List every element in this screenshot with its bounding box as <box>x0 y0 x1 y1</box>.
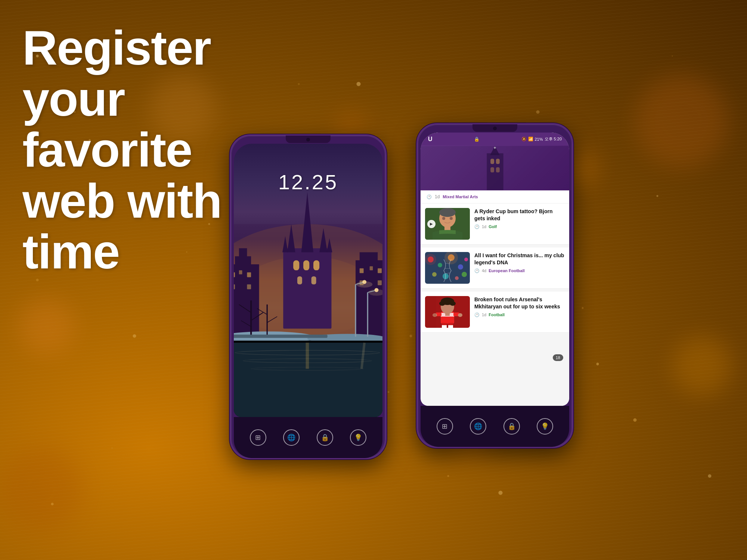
news-item-4-title: Broken foot rules Arsenal's Mkhitaryan o… <box>474 296 565 310</box>
svg-rect-3 <box>283 248 331 329</box>
nav-lock-icon[interactable]: 🔒 <box>317 429 333 446</box>
svg-rect-63 <box>496 167 500 172</box>
svg-rect-20 <box>234 284 235 289</box>
clock-2: 🕐 <box>474 224 480 229</box>
promo-line1: Register <box>22 22 284 74</box>
svg-rect-10 <box>303 260 309 270</box>
news-item-4-category: Football <box>489 312 505 317</box>
right-phone-nav: ⊞ 🌐 🔒 💡 <box>421 406 569 447</box>
svg-rect-26 <box>378 268 382 273</box>
svg-rect-103 <box>448 325 453 328</box>
svg-point-70 <box>442 217 445 220</box>
svg-rect-61 <box>496 159 500 164</box>
left-phone-nav: ⊞ 🌐 🔒 💡 <box>234 417 382 458</box>
news-item-2-title: A Ryder Cup bum tattoo? Bjorn gets inked <box>474 208 565 222</box>
svg-point-71 <box>450 217 453 220</box>
clock-3: 🕐 <box>474 268 480 273</box>
news-item-3-thumb <box>425 252 470 284</box>
news-item-3-category: European Football <box>489 268 525 273</box>
thumb-4-svg <box>425 296 470 328</box>
news-item-1-category: Mixed Martial Arts <box>443 195 478 199</box>
right-nav-apps-icon[interactable]: ⊞ <box>437 418 453 435</box>
news-item-2-thumb: ▶ <box>425 208 470 240</box>
status-bar: U 🔒 🔕 📶 21% 오후 5:20 <box>421 133 569 146</box>
right-nav-lock-icon[interactable]: 🔒 <box>503 418 520 435</box>
news-item-1-age: 1d <box>435 194 440 199</box>
status-left: U <box>428 136 433 143</box>
svg-rect-102 <box>442 325 447 328</box>
thumb-3-svg <box>425 252 470 284</box>
battery-pct: 21% <box>535 137 543 141</box>
mute-icon: 🔕 <box>521 137 527 141</box>
svg-rect-99 <box>445 313 450 316</box>
news-item-4-thumb <box>425 296 470 328</box>
news-item-3-title: All I want for Christmas is... my club l… <box>474 252 565 266</box>
news-item-3-age: 4d <box>482 268 486 273</box>
right-nav-browser-icon[interactable]: 🌐 <box>470 418 486 435</box>
status-right-group: 🔕 📶 21% 오후 5:20 <box>521 136 562 142</box>
svg-rect-11 <box>313 260 319 270</box>
svg-point-98 <box>450 301 456 306</box>
promo-line2: your favorite <box>22 74 284 175</box>
svg-rect-104 <box>425 296 436 328</box>
svg-point-97 <box>439 301 445 306</box>
svg-point-74 <box>438 263 442 267</box>
status-lock-icon: 🔒 <box>474 137 480 142</box>
svg-rect-62 <box>490 167 494 172</box>
svg-point-67 <box>439 208 456 217</box>
news-item-4-text: Broken foot rules Arsenal's Mkhitaryan o… <box>474 296 565 317</box>
news-feed: 🕐 1d Mixed Martial Arts <box>421 190 569 406</box>
wifi-icon: 📶 <box>528 137 533 141</box>
svg-point-77 <box>464 258 468 261</box>
news-item-2[interactable]: ▶ A Ryder Cup bum tattoo? Bjorn gets ink… <box>421 203 569 245</box>
svg-point-81 <box>462 272 467 277</box>
svg-rect-24 <box>360 268 364 273</box>
promo-text: Register your favorite web with time <box>22 22 284 277</box>
news-item-1-clock: 🕐 <box>427 195 432 199</box>
news-item-3-text: All I want for Christmas is... my club l… <box>474 252 565 273</box>
svg-rect-13 <box>311 276 316 284</box>
svg-rect-68 <box>444 226 450 230</box>
svg-point-43 <box>356 281 372 287</box>
news-item-3-meta: 🕐 4d European Football <box>474 268 565 273</box>
svg-rect-12 <box>297 276 302 284</box>
svg-point-78 <box>432 272 437 277</box>
news-item-1-meta: 🕐 1d Mixed Martial Arts <box>427 194 563 199</box>
nav-light-icon[interactable]: 💡 <box>350 429 366 446</box>
svg-rect-25 <box>370 266 373 270</box>
svg-rect-9 <box>293 260 299 270</box>
right-phone-screen: U 🔒 🔕 📶 21% 오후 5:20 <box>421 133 569 406</box>
svg-point-82 <box>425 254 436 265</box>
svg-marker-4 <box>301 192 313 252</box>
pagination-number: 18 <box>556 355 560 360</box>
news-item-4-meta: 🕐 1d Football <box>474 312 565 317</box>
play-button[interactable]: ▶ <box>427 220 436 228</box>
nav-apps-icon[interactable]: ⊞ <box>250 429 266 446</box>
news-screen: U 🔒 🔕 📶 21% 오후 5:20 <box>421 133 569 406</box>
news-item-4[interactable]: Broken foot rules Arsenal's Mkhitaryan o… <box>421 292 569 333</box>
news-item-4-age: 1d <box>482 312 486 317</box>
svg-point-94 <box>458 313 462 317</box>
status-time: 오후 5:20 <box>545 136 562 142</box>
svg-rect-48 <box>234 335 328 338</box>
pagination-badge: 18 <box>553 354 563 361</box>
svg-rect-28 <box>378 280 382 285</box>
news-item-1[interactable]: 🕐 1d Mixed Martial Arts <box>421 190 569 203</box>
news-item-2-category: Golf <box>489 224 497 229</box>
news-item-2-text: A Ryder Cup bum tattoo? Bjorn gets inked… <box>474 208 565 229</box>
news-item-3[interactable]: All I want for Christmas is... my club l… <box>421 248 569 289</box>
svg-rect-21 <box>247 284 251 289</box>
promo-line3: web with time <box>22 175 284 277</box>
clock-4: 🕐 <box>474 312 480 317</box>
header-svg <box>421 146 569 190</box>
news-header <box>421 146 569 190</box>
svg-point-76 <box>458 264 463 270</box>
nav-browser-icon[interactable]: 🌐 <box>283 429 300 446</box>
svg-point-80 <box>455 276 459 280</box>
news-item-2-meta: 🕐 1d Golf <box>474 224 565 229</box>
svg-rect-56 <box>487 153 503 190</box>
svg-rect-60 <box>490 159 494 164</box>
right-nav-light-icon[interactable]: 💡 <box>537 418 553 435</box>
right-phone-frame: U 🔒 🔕 📶 21% 오후 5:20 <box>416 123 573 448</box>
svg-rect-23 <box>360 252 378 262</box>
